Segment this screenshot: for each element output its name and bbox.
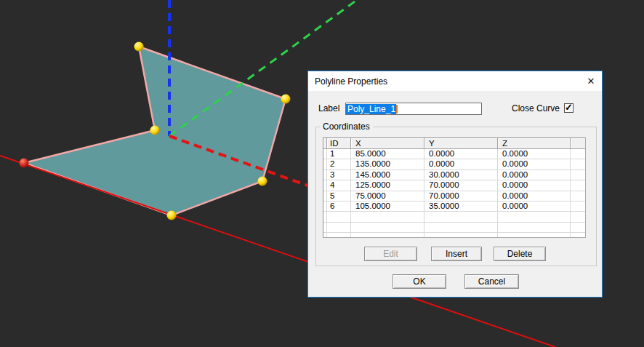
row-filler-cell [571,191,585,202]
table-row-empty[interactable] [323,223,585,233]
table-row[interactable]: 6105.000035.00000.0000 [323,202,585,212]
edit-button[interactable]: Edit [364,247,417,261]
label-field-label: Label [318,103,339,115]
close-button[interactable]: ✕ [584,75,597,88]
cell-id[interactable] [327,233,351,238]
cancel-button[interactable]: Cancel [464,274,519,289]
cell-id[interactable]: 1 [327,149,351,159]
cell-id[interactable]: 5 [327,191,351,202]
table-row[interactable]: 2135.00000.00000.0000 [323,159,585,169]
column-header-filler [571,138,585,149]
cell-z[interactable]: 0.0000 [498,170,571,180]
row-filler-cell [571,233,585,238]
cell-z[interactable] [498,233,571,238]
dialog-title-bar[interactable]: Polyline Properties ✕ [308,71,602,91]
cell-id[interactable]: 3 [327,170,351,180]
cell-x[interactable]: 145.0000 [351,170,424,180]
cell-id[interactable]: 6 [327,202,351,212]
cell-x[interactable]: 135.0000 [351,159,424,169]
cell-id[interactable] [327,223,351,233]
cell-z[interactable] [498,223,571,233]
table-header: IDXYZ [323,138,585,149]
row-filler-cell [571,223,585,233]
cell-y[interactable] [424,223,498,233]
table-row[interactable]: 575.000070.00000.0000 [323,191,585,202]
vertex-point-yellow[interactable] [281,95,291,104]
cell-y[interactable]: 0.0000 [424,149,498,159]
table-row-empty[interactable] [323,212,585,222]
table-row[interactable]: 3145.000030.00000.0000 [323,170,585,180]
ok-button[interactable]: OK [393,274,446,289]
coordinates-group-title: Coordinates [320,121,373,132]
cell-z[interactable]: 0.0000 [498,149,571,159]
polyline-properties-dialog: Polyline Properties ✕ Label Poly_Line_1 … [307,71,603,298]
cell-x[interactable]: 125.0000 [351,180,424,191]
checkmark-icon: ✓ [565,103,573,112]
vertex-point-yellow[interactable] [167,211,177,220]
cell-y[interactable]: 70.0000 [424,180,498,191]
table-row[interactable]: 185.00000.00000.0000 [323,149,585,159]
row-filler-cell [571,149,585,159]
cell-id[interactable]: 4 [327,180,351,191]
row-filler-cell [571,170,585,180]
table-row[interactable]: 4125.000070.00000.0000 [323,180,585,191]
close-icon: ✕ [587,76,595,87]
dialog-title: Polyline Properties [315,71,387,92]
column-header-z[interactable]: Z [498,138,571,149]
cell-z[interactable]: 0.0000 [498,159,571,169]
coordinates-table[interactable]: IDXYZ185.00000.00000.00002135.00000.0000… [323,137,586,238]
delete-button[interactable]: Delete [494,247,546,261]
vertex-point-yellow[interactable] [150,126,160,135]
column-header-id[interactable]: ID [327,138,351,149]
row-filler-cell [571,159,585,169]
table-row-empty[interactable] [323,233,585,238]
cell-x[interactable] [351,233,424,238]
label-input[interactable]: Poly_Line_1 [345,103,482,115]
column-header-x[interactable]: X [351,138,424,149]
text-caret [396,105,398,113]
cell-z[interactable]: 0.0000 [498,191,571,202]
cell-x[interactable]: 75.0000 [351,191,424,202]
column-header-y[interactable]: Y [424,138,498,149]
vertex-point-yellow[interactable] [258,177,267,186]
cell-y[interactable] [424,233,498,238]
row-filler-cell [571,202,585,212]
row-filler-cell [571,180,585,191]
cell-y[interactable]: 70.0000 [424,191,498,202]
cell-y[interactable]: 0.0000 [424,159,498,169]
cell-y[interactable] [424,212,498,222]
cell-z[interactable] [498,212,571,222]
insert-button[interactable]: Insert [431,247,482,261]
cell-y[interactable]: 30.0000 [424,170,498,180]
row-filler-cell [571,212,585,222]
close-curve-label: Close Curve [512,103,560,115]
cell-z[interactable]: 0.0000 [498,202,571,212]
close-curve-checkbox[interactable]: ✓ [564,103,573,113]
cell-id[interactable]: 2 [327,159,351,169]
cell-x[interactable] [351,223,424,233]
label-input-value: Poly_Line_1 [346,104,396,115]
cell-x[interactable] [351,212,424,222]
cell-z[interactable]: 0.0000 [498,180,571,191]
cell-y[interactable]: 35.0000 [424,202,498,212]
cell-x[interactable]: 85.0000 [351,149,424,159]
cell-id[interactable] [327,212,351,222]
vertex-point-yellow[interactable] [134,42,144,52]
vertex-point-red[interactable] [20,159,29,168]
cell-x[interactable]: 105.0000 [351,202,424,212]
